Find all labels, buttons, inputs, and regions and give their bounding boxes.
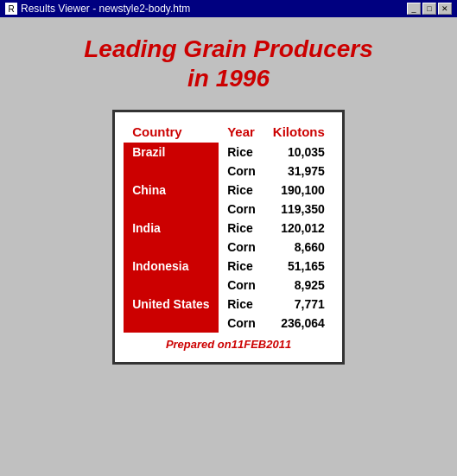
data-table: Country Year Kilotons BrazilRice10,035Co… [124,121,333,353]
country-cell [124,238,219,257]
table-row: Corn8,660 [124,238,333,257]
header-year: Year [219,121,264,143]
country-cell [124,200,219,219]
table-row: United StatesRice7,771 [124,295,333,314]
country-cell: Brazil [124,143,219,162]
table-row: Corn8,925 [124,276,333,295]
kilotons-cell: 119,350 [264,200,333,219]
country-cell: India [124,219,219,238]
kilotons-cell: 31,975 [264,162,333,181]
country-cell: Indonesia [124,257,219,276]
table-row: ChinaRice190,100 [124,181,333,200]
grain-cell: Rice [219,295,264,314]
table-row: Corn119,350 [124,200,333,219]
table-footer: Prepared on11FEB2011 [124,333,333,353]
header-country: Country [124,121,219,143]
kilotons-cell: 190,100 [264,181,333,200]
grain-cell: Corn [219,162,264,181]
window-title: Results Viewer - newstyle2-body.htm [21,3,190,15]
close-button[interactable]: ✕ [438,3,452,15]
grain-cell: Rice [219,257,264,276]
header-kilotons: Kilotons [264,121,333,143]
table-row: IndiaRice120,012 [124,219,333,238]
grain-cell: Rice [219,219,264,238]
table-row: IndonesiaRice51,165 [124,257,333,276]
kilotons-cell: 8,925 [264,276,333,295]
table-header-row: Country Year Kilotons [124,121,333,143]
title-bar: R Results Viewer - newstyle2-body.htm _ … [0,0,457,17]
main-content: Leading Grain Producers in 1996 Country … [0,17,457,476]
page-title: Leading Grain Producers in 1996 [84,35,373,92]
table-container: Country Year Kilotons BrazilRice10,035Co… [112,110,345,365]
country-cell [124,162,219,181]
kilotons-cell: 10,035 [264,143,333,162]
kilotons-cell: 8,660 [264,238,333,257]
footer-text: Prepared on11FEB2011 [124,333,333,353]
kilotons-cell: 7,771 [264,295,333,314]
table-row: Corn236,064 [124,314,333,333]
grain-cell: Corn [219,238,264,257]
grain-cell: Rice [219,143,264,162]
country-cell: China [124,181,219,200]
grain-cell: Corn [219,314,264,333]
country-cell [124,314,219,333]
table-row: Corn31,975 [124,162,333,181]
table-row: BrazilRice10,035 [124,143,333,162]
minimize-button[interactable]: _ [407,3,421,15]
kilotons-cell: 120,012 [264,219,333,238]
kilotons-cell: 236,064 [264,314,333,333]
kilotons-cell: 51,165 [264,257,333,276]
grain-cell: Corn [219,200,264,219]
country-cell [124,276,219,295]
country-cell: United States [124,295,219,314]
window: R Results Viewer - newstyle2-body.htm _ … [0,0,457,476]
grain-cell: Rice [219,181,264,200]
grain-cell: Corn [219,276,264,295]
maximize-button[interactable]: □ [422,3,436,15]
app-icon: R [5,3,17,15]
